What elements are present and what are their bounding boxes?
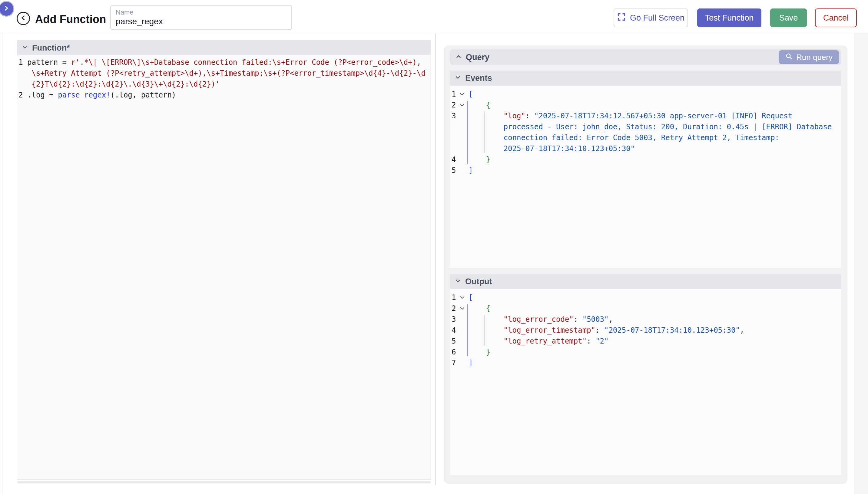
output-panel-header[interactable]: Output <box>450 274 841 289</box>
line-number: 4 <box>451 154 458 165</box>
save-label: Save <box>779 13 798 23</box>
horizontal-scrollbar[interactable] <box>17 481 431 483</box>
code-text: 2025-07-18T17:34:10.123+05:30" <box>467 143 635 154</box>
back-button[interactable] <box>17 12 30 25</box>
code-token: pattern = <box>27 58 71 66</box>
editor-line: 1[ <box>451 292 841 303</box>
line-number: 5 <box>451 165 458 176</box>
code-token: "5003" <box>583 315 609 324</box>
fold-toggle-icon[interactable] <box>458 100 467 111</box>
code-text: [ <box>467 292 473 303</box>
editor-line: processed - User: john_doe, Status: 200,… <box>451 121 841 132</box>
code-token: connection failed: Error Code 5003, Retr… <box>504 133 779 142</box>
code-text: ] <box>467 165 473 176</box>
function-panel-header[interactable]: Function* <box>17 41 431 55</box>
line-number: 1 <box>18 57 24 68</box>
vrl-code-editor[interactable]: 1pattern = r'.*\| \[ERROR\]\s+Database c… <box>17 55 431 100</box>
editor-line: 5] <box>451 165 841 176</box>
editor-line: {2}T\d{2}:\d{2}:\d{2}\.\d{3}\+\d{2}:\d{2… <box>18 79 431 90</box>
editor-line: 4 } <box>451 154 841 165</box>
code-text: "log": "2025-07-18T17:34:12.567+05:30 ap… <box>467 111 792 121</box>
code-text: [ <box>467 89 473 100</box>
code-token: ] <box>468 166 473 175</box>
run-query-button[interactable]: Run query <box>779 50 839 64</box>
events-panel: Events 1[2 {3 "log": "2025-07-18T17:34:1… <box>450 71 841 268</box>
search-icon <box>785 53 793 62</box>
code-token: [ <box>468 90 473 98</box>
code-token <box>468 145 504 153</box>
name-input[interactable] <box>116 17 287 26</box>
editor-line: 5 "log_retry_attempt": "2" <box>451 336 841 347</box>
code-token: } <box>486 348 490 356</box>
code-token: { <box>486 101 490 109</box>
cancel-button[interactable]: Cancel <box>815 8 857 27</box>
line-number: 4 <box>451 325 458 336</box>
events-panel-header[interactable]: Events <box>450 71 841 86</box>
chevron-left-icon <box>20 15 27 22</box>
events-panel-title: Events <box>465 74 492 83</box>
go-full-screen-button[interactable]: Go Full Screen <box>614 8 688 27</box>
code-token: ] <box>468 359 473 367</box>
editor-line: 1[ <box>451 89 841 100</box>
code-token: (.log, pattern) <box>111 91 176 99</box>
code-text: ] <box>467 358 473 368</box>
run-query-label: Run query <box>796 53 833 62</box>
test-function-button[interactable]: Test Function <box>697 8 761 27</box>
code-token <box>468 304 486 313</box>
output-json-viewer[interactable]: 1[2 {3 "log_error_code": "5003",4 "log_e… <box>450 289 841 475</box>
code-token: .log = <box>27 91 58 99</box>
editor-line: 3 "log_error_code": "5003", <box>451 314 841 325</box>
code-token: : <box>587 337 595 345</box>
code-text: "log_error_code": "5003", <box>467 314 613 325</box>
editor-line: 2 { <box>451 303 841 314</box>
indent-guide <box>467 101 468 164</box>
code-text: "log_error_timestamp": "2025-07-18T17:34… <box>467 325 744 336</box>
code-token: "2025-07-18T17:34:10.123+05:30" <box>604 326 740 335</box>
line-number: 2 <box>18 90 24 100</box>
indent-guide <box>484 315 485 345</box>
top-bar: Add Function Name Go Full Screen Test Fu… <box>0 0 868 33</box>
indent-guide <box>484 112 485 153</box>
code-text: "log_retry_attempt": "2" <box>467 336 608 347</box>
code-token: : <box>525 112 534 120</box>
page-scrollbar-track[interactable] <box>854 33 868 494</box>
name-field-label: Name <box>116 9 287 16</box>
go-full-screen-label: Go Full Screen <box>630 13 684 23</box>
code-token: , <box>608 315 613 324</box>
code-text: {2}T\d{2}:\d{2}:\d{2}\.\d{3}\+\d{2}:\d{2… <box>24 79 220 90</box>
chevron-down-icon <box>21 43 28 53</box>
fold-toggle-icon[interactable] <box>458 303 467 314</box>
code-text: \s+Retry Attempt (?P<retry_attempt>\d+),… <box>24 68 426 79</box>
fold-toggle-icon[interactable] <box>458 89 467 100</box>
code-token <box>468 348 486 356</box>
save-button[interactable]: Save <box>770 8 807 27</box>
add-function-page: { "colors": { "accent_indigo": "#5a60c6"… <box>0 0 868 494</box>
code-text: connection failed: Error Code 5003, Retr… <box>467 132 779 143</box>
fold-toggle-icon[interactable] <box>458 292 467 303</box>
sidebar-expand-button[interactable] <box>0 2 13 16</box>
query-section-header[interactable]: Query Run query <box>450 49 841 65</box>
code-token <box>468 133 504 142</box>
code-token <box>468 122 504 131</box>
code-token: {2}T\d{2}:\d{2}:\d{2}\.\d{3}\+\d{2}:\d{2… <box>27 80 220 89</box>
query-section-title: Query <box>466 53 490 62</box>
panel-divider[interactable] <box>435 33 436 485</box>
editor-line: \s+Retry Attempt (?P<retry_attempt>\d+),… <box>18 68 431 79</box>
function-panel: Function* 1pattern = r'.*\| \[ERROR\]\s+… <box>17 40 431 480</box>
line-number: 3 <box>451 314 458 325</box>
editor-line: 6 } <box>451 347 841 358</box>
function-name-field[interactable]: Name <box>110 5 292 30</box>
chevron-down-icon <box>455 74 461 83</box>
code-text: { <box>467 303 490 314</box>
code-text: processed - User: john_doe, Status: 200,… <box>467 121 832 132</box>
line-number: 7 <box>451 358 458 368</box>
function-panel-title: Function* <box>32 43 70 53</box>
code-token: parse_regex! <box>58 91 110 99</box>
code-token: "log_retry_attempt" <box>504 337 587 345</box>
line-number: 2 <box>451 303 458 314</box>
code-token: r'.*\| \[ERROR\]\s+Database connection f… <box>71 58 421 66</box>
editor-line: 3 "log": "2025-07-18T17:34:12.567+05:30 … <box>451 111 841 121</box>
events-json-editor[interactable]: 1[2 {3 "log": "2025-07-18T17:34:12.567+0… <box>450 86 841 268</box>
editor-line: 2.log = parse_regex!(.log, pattern) <box>18 90 431 100</box>
editor-line: connection failed: Error Code 5003, Retr… <box>451 132 841 143</box>
